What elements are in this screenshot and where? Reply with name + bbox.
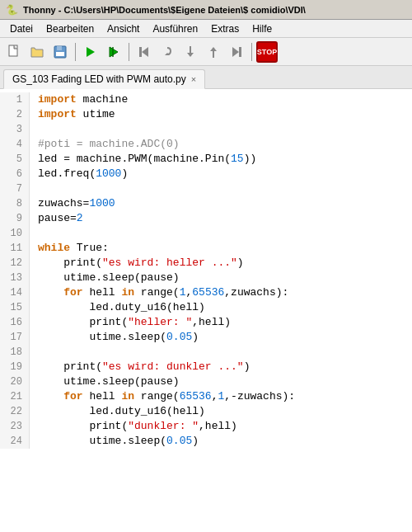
line-content[interactable]: print("es wird: heller ...")	[30, 256, 244, 271]
stop-button[interactable]: STOP	[256, 41, 278, 63]
line-content[interactable]: print("dunkler: ",hell)	[30, 419, 237, 434]
svg-rect-15	[239, 47, 241, 57]
line-content[interactable]: zuwachs=1000	[30, 196, 115, 211]
line-content[interactable]: while True:	[30, 241, 109, 256]
debug-button[interactable]	[103, 41, 124, 63]
line-content[interactable]: utime.sleep(0.05)	[30, 330, 199, 345]
code-line: 23 print("dunkler: ",hell)	[0, 419, 412, 434]
line-number: 2	[0, 107, 30, 122]
line-number: 7	[0, 181, 30, 196]
step-over-icon	[160, 45, 175, 59]
line-number: 19	[0, 360, 30, 374]
svg-rect-8	[139, 47, 142, 57]
tab-bar: GS_103 Fading LED with PWM auto.py ×	[0, 66, 412, 89]
line-content[interactable]: import utime	[30, 107, 115, 122]
line-content[interactable]: led.duty_u16(hell)	[30, 404, 205, 419]
step-over-button[interactable]	[157, 41, 178, 63]
menu-bar: Datei Bearbeiten Ansicht Ausführen Extra…	[0, 20, 412, 38]
code-line: 5led = machine.PWM(machine.Pin(15))	[0, 152, 412, 167]
svg-marker-13	[210, 47, 217, 51]
menu-extras[interactable]: Extras	[204, 21, 246, 36]
save-button[interactable]	[49, 41, 71, 63]
line-content[interactable]: for hell in range(65536,1,-zuwachs):	[30, 389, 295, 404]
tab-close-button[interactable]: ×	[191, 75, 196, 84]
run-icon	[83, 45, 98, 59]
line-number: 11	[0, 241, 30, 256]
line-number: 21	[0, 389, 30, 404]
code-line: 16 print("heller: ",hell)	[0, 315, 412, 330]
code-line: 17 utime.sleep(0.05)	[0, 330, 412, 345]
step-out-icon	[206, 45, 221, 59]
new-button[interactable]	[3, 41, 25, 63]
code-line: 8zuwachs=1000	[0, 196, 412, 211]
line-content[interactable]: utime.sleep(pause)	[30, 271, 180, 285]
app-icon: 🐍	[5, 3, 18, 16]
resume-button[interactable]	[226, 41, 247, 63]
line-number: 6	[0, 167, 30, 181]
toolbar-sep-3	[251, 43, 252, 61]
menu-ausfuehren[interactable]: Ausführen	[146, 21, 204, 36]
title-bar-text: Thonny - C:\Users\HP\Documents\$Eigene D…	[23, 5, 407, 15]
new-file-icon	[7, 45, 21, 59]
line-number: 10	[0, 226, 30, 241]
line-content[interactable]: pause=2	[30, 211, 83, 226]
debug-icon	[106, 45, 121, 59]
step-into-button[interactable]	[180, 41, 201, 63]
step-back-icon	[137, 45, 152, 59]
title-bar: 🐍 Thonny - C:\Users\HP\Documents\$Eigene…	[0, 0, 412, 20]
line-number: 4	[0, 137, 30, 152]
line-content[interactable]	[30, 226, 38, 241]
code-line: 9pause=2	[0, 211, 412, 226]
line-number: 8	[0, 196, 30, 211]
line-content[interactable]: import machine	[30, 92, 128, 107]
open-button[interactable]	[26, 41, 48, 63]
code-line: 19 print("es wird: dunkler ...")	[0, 360, 412, 374]
line-content[interactable]	[30, 181, 38, 196]
svg-rect-3	[56, 52, 64, 56]
svg-marker-5	[110, 47, 118, 57]
line-content[interactable]: led.duty_u16(hell)	[30, 300, 205, 315]
svg-rect-0	[9, 45, 17, 56]
code-line: 12 print("es wird: heller ...")	[0, 256, 412, 271]
toolbar-sep-2	[129, 43, 129, 61]
code-line: 14 for hell in range(1,65536,zuwachs):	[0, 285, 412, 300]
step-out-button[interactable]	[203, 41, 224, 63]
line-content[interactable]: utime.sleep(pause)	[30, 374, 180, 389]
file-tab[interactable]: GS_103 Fading LED with PWM auto.py ×	[3, 69, 205, 89]
line-content[interactable]: utime.sleep(0.05)	[30, 434, 199, 449]
code-line: 18	[0, 345, 412, 360]
line-number: 1	[0, 92, 30, 107]
code-line: 11while True:	[0, 241, 412, 256]
svg-marker-4	[87, 47, 95, 57]
menu-hilfe[interactable]: Hilfe	[246, 21, 279, 36]
line-number: 12	[0, 256, 30, 271]
toolbar: STOP	[0, 38, 412, 66]
line-content[interactable]: led = machine.PWM(machine.Pin(15))	[30, 152, 256, 167]
code-line: 10	[0, 226, 412, 241]
code-line: 6led.freq(1000)	[0, 167, 412, 181]
menu-ansicht[interactable]: Ansicht	[101, 21, 146, 36]
save-icon	[53, 45, 68, 59]
line-number: 18	[0, 345, 30, 360]
line-content[interactable]: led.freq(1000)	[30, 167, 128, 181]
code-line: 3	[0, 122, 412, 137]
line-content[interactable]	[30, 345, 38, 360]
line-content[interactable]: print("es wird: dunkler ...")	[30, 360, 250, 374]
line-number: 14	[0, 285, 30, 300]
svg-marker-14	[232, 47, 239, 57]
run-button[interactable]	[80, 41, 101, 63]
menu-bearbeiten[interactable]: Bearbeiten	[40, 21, 101, 36]
code-line: 21 for hell in range(65536,1,-zuwachs):	[0, 389, 412, 404]
svg-marker-11	[187, 53, 194, 57]
step-into-icon	[183, 45, 198, 59]
step-back-button[interactable]	[133, 41, 155, 63]
tab-label: GS_103 Fading LED with PWM auto.py	[12, 73, 186, 85]
line-content[interactable]: for hell in range(1,65536,zuwachs):	[30, 285, 288, 300]
line-number: 23	[0, 419, 30, 434]
line-content[interactable]: print("heller: ",hell)	[30, 315, 231, 330]
line-content[interactable]: #poti = machine.ADC(0)	[30, 137, 180, 152]
resume-icon	[229, 45, 244, 59]
line-content[interactable]	[30, 122, 38, 137]
menu-datei[interactable]: Datei	[3, 21, 40, 36]
code-editor[interactable]: 1import machine2import utime34#poti = ma…	[0, 89, 412, 532]
